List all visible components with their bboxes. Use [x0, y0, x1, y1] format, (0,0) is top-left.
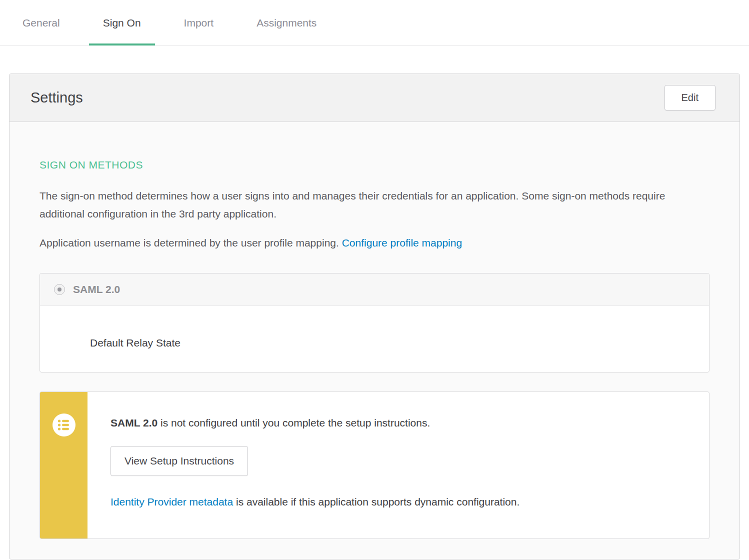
setup-instructions-list-icon: [52, 414, 76, 436]
application-username-text: Application username is determined by th…: [40, 237, 342, 248]
not-configured-message: SAML 2.0 is not configured until you com…: [110, 417, 689, 429]
radio-selected-icon: [58, 288, 62, 292]
saml-radio-button[interactable]: [54, 284, 65, 295]
identity-provider-metadata-text: is available if this application support…: [233, 496, 520, 508]
tab-bar: General Sign On Import Assignments: [0, 0, 749, 46]
setup-warning-box: SAML 2.0 is not configured until you com…: [40, 392, 710, 539]
settings-panel-body: SIGN ON METHODS The sign-on method deter…: [10, 122, 740, 559]
not-configured-message-text: is not configured until you complete the…: [158, 417, 430, 428]
application-username-paragraph: Application username is determined by th…: [40, 234, 700, 252]
saml-method-box: SAML 2.0 Default Relay State: [40, 273, 710, 372]
view-setup-instructions-button[interactable]: View Setup Instructions: [110, 446, 248, 476]
tab-general[interactable]: General: [8, 0, 74, 46]
warning-strip: [40, 392, 88, 538]
tab-import[interactable]: Import: [170, 0, 228, 46]
not-configured-message-app: SAML 2.0: [110, 417, 158, 428]
sign-on-methods-heading: SIGN ON METHODS: [40, 159, 710, 171]
saml-method-label: SAML 2.0: [73, 284, 120, 296]
saml-method-header: SAML 2.0: [40, 274, 709, 306]
edit-button[interactable]: Edit: [664, 85, 716, 110]
configure-profile-mapping-link[interactable]: Configure profile mapping: [342, 237, 462, 248]
default-relay-state-label: Default Relay State: [90, 337, 695, 349]
identity-provider-metadata-link[interactable]: Identity Provider metadata: [110, 496, 233, 508]
tab-assignments[interactable]: Assignments: [242, 0, 330, 46]
settings-panel-header: Settings Edit: [10, 74, 740, 122]
tab-sign-on[interactable]: Sign On: [89, 0, 155, 46]
saml-method-body: Default Relay State: [40, 306, 709, 372]
identity-provider-metadata-paragraph: Identity Provider metadata is available …: [110, 496, 689, 508]
warning-content: SAML 2.0 is not configured until you com…: [88, 392, 709, 538]
panel-title: Settings: [30, 90, 83, 106]
sign-on-methods-description: The sign-on method determines how a user…: [40, 187, 700, 223]
settings-panel: Settings Edit SIGN ON METHODS The sign-o…: [9, 74, 740, 560]
